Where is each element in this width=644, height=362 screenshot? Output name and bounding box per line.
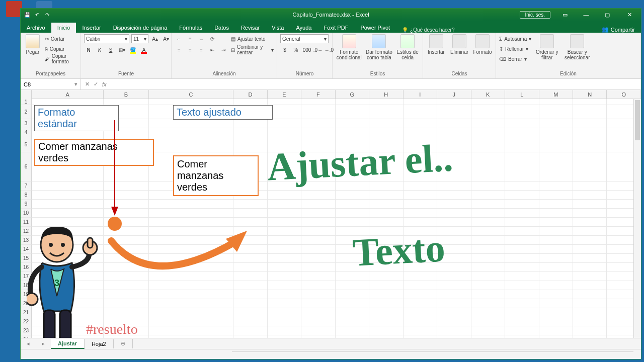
row-header[interactable]: 11 bbox=[21, 218, 32, 227]
italic-button[interactable]: K bbox=[95, 45, 104, 54]
signin-button[interactable]: Inic. ses. bbox=[520, 11, 550, 19]
format-painter-button[interactable]: 🖌 Copiar formato bbox=[45, 54, 77, 63]
enter-formula-icon[interactable]: ✓ bbox=[94, 81, 98, 87]
format-cells-button[interactable]: Formato bbox=[472, 34, 493, 55]
close-button[interactable]: ✕ bbox=[618, 9, 641, 21]
increase-indent-icon[interactable]: ⇥ bbox=[219, 45, 228, 54]
col-header[interactable]: J bbox=[437, 90, 471, 99]
font-color-button[interactable]: A bbox=[139, 45, 148, 54]
save-icon[interactable]: 💾 bbox=[24, 11, 31, 18]
merge-center-button[interactable]: ⊟ Combinar y centrar ▾ bbox=[231, 45, 274, 54]
decrease-indent-icon[interactable]: ⇤ bbox=[208, 45, 217, 54]
row-header[interactable]: 20 bbox=[21, 299, 32, 308]
col-header[interactable]: I bbox=[404, 90, 437, 99]
tab-foxit[interactable]: Foxit PDF bbox=[317, 23, 354, 33]
sheet-nav-next-icon[interactable]: ▸ bbox=[42, 340, 45, 347]
border-button[interactable]: ⊞▾ bbox=[117, 45, 126, 54]
bold-button[interactable]: N bbox=[84, 45, 93, 54]
col-header[interactable]: L bbox=[505, 90, 539, 99]
row-header[interactable]: 12 bbox=[21, 227, 32, 236]
underline-button[interactable]: S bbox=[106, 45, 115, 54]
horizontal-scrollbar[interactable] bbox=[232, 351, 633, 359]
col-header[interactable]: A bbox=[32, 90, 104, 99]
row-header[interactable]: 3 bbox=[21, 119, 32, 128]
ribbon-options-icon[interactable]: ▭ bbox=[554, 9, 576, 21]
row-header[interactable]: 24 bbox=[21, 335, 32, 338]
new-sheet-button[interactable]: ⊕ bbox=[114, 339, 133, 348]
row-header[interactable]: 10 bbox=[21, 209, 32, 218]
percent-icon[interactable]: % bbox=[291, 45, 300, 54]
col-header[interactable]: H bbox=[369, 90, 403, 99]
conditional-format-button[interactable]: Formato condicional bbox=[336, 34, 363, 60]
row-header[interactable]: 21 bbox=[21, 308, 32, 317]
row-header[interactable]: 5 bbox=[21, 137, 32, 152]
orientation-icon[interactable]: ⟳ bbox=[208, 34, 217, 43]
row-header[interactable]: 18 bbox=[21, 281, 32, 290]
tell-me-search[interactable]: 💡 ¿Qué desea hacer? bbox=[402, 27, 454, 33]
font-size-select[interactable]: 11▾ bbox=[131, 34, 148, 43]
sort-filter-button[interactable]: Ordenar y filtrar bbox=[534, 34, 559, 60]
tab-disposicion[interactable]: Disposición de página bbox=[107, 23, 174, 33]
row-header[interactable]: 9 bbox=[21, 200, 32, 209]
font-name-select[interactable]: Calibri▾ bbox=[84, 34, 129, 43]
share-button[interactable]: 👥 Compartir bbox=[602, 26, 635, 33]
fx-icon[interactable]: fx bbox=[102, 81, 107, 87]
row-header[interactable]: 2 bbox=[21, 105, 32, 119]
tab-ayuda[interactable]: Ayuda bbox=[290, 23, 317, 33]
row-header[interactable]: 14 bbox=[21, 245, 32, 254]
tab-powerpivot[interactable]: Power Pivot bbox=[354, 23, 396, 33]
sheet-tab-active[interactable]: Ajustar bbox=[51, 339, 85, 349]
col-header[interactable]: E bbox=[268, 90, 301, 99]
row-header[interactable]: 19 bbox=[21, 290, 32, 299]
row-header[interactable]: 7 bbox=[21, 182, 32, 191]
tab-insertar[interactable]: Insertar bbox=[76, 23, 107, 33]
align-right-icon[interactable]: ≡ bbox=[197, 45, 206, 54]
spreadsheet-grid[interactable]: ABCDEFGHIJKLMNO 123456789101112131415161… bbox=[21, 90, 641, 338]
increase-decimal-icon[interactable]: .0→ bbox=[313, 45, 323, 54]
number-format-select[interactable]: General▾ bbox=[280, 34, 329, 43]
row-header[interactable]: 23 bbox=[21, 326, 32, 335]
cell-styles-button[interactable]: Estilos de celda bbox=[395, 34, 420, 60]
row-header[interactable]: 1 bbox=[21, 99, 32, 105]
maximize-button[interactable]: ▢ bbox=[597, 9, 618, 21]
paste-button[interactable]: Pegar bbox=[24, 34, 42, 55]
clear-button[interactable]: ⌫ Borrar ▾ bbox=[499, 54, 531, 63]
col-header[interactable]: M bbox=[539, 90, 573, 99]
fill-button[interactable]: ↧ Rellenar ▾ bbox=[499, 44, 531, 53]
tab-file[interactable]: Archivo bbox=[21, 23, 51, 33]
find-select-button[interactable]: Buscar y seleccionar bbox=[562, 34, 592, 60]
row-header[interactable]: 6 bbox=[21, 152, 32, 182]
row-header[interactable]: 13 bbox=[21, 236, 32, 245]
sheet-nav-prev-icon[interactable]: ◂ bbox=[27, 340, 30, 347]
increase-font-icon[interactable]: A▴ bbox=[150, 34, 159, 43]
delete-cells-button[interactable]: Eliminar bbox=[449, 34, 469, 55]
sheet-tab-hoja2[interactable]: Hoja2 bbox=[85, 339, 114, 348]
col-header[interactable]: B bbox=[104, 90, 148, 99]
decrease-font-icon[interactable]: A▾ bbox=[162, 34, 171, 43]
insert-cells-button[interactable]: Insertar bbox=[426, 34, 446, 55]
minimize-button[interactable]: — bbox=[576, 9, 597, 21]
currency-icon[interactable]: $ bbox=[280, 45, 289, 54]
col-header[interactable]: C bbox=[149, 90, 233, 99]
align-bottom-icon[interactable]: ⌙ bbox=[197, 34, 206, 43]
redo-icon[interactable]: ↷ bbox=[44, 11, 51, 18]
tab-datos[interactable]: Datos bbox=[208, 23, 235, 33]
col-header[interactable]: D bbox=[233, 90, 267, 99]
row-header[interactable]: 22 bbox=[21, 317, 32, 326]
col-header[interactable]: K bbox=[471, 90, 505, 99]
row-header[interactable]: 8 bbox=[21, 191, 32, 200]
align-center-icon[interactable]: ≡ bbox=[186, 45, 195, 54]
row-header[interactable]: 15 bbox=[21, 254, 32, 263]
tab-inicio[interactable]: Inicio bbox=[51, 23, 76, 33]
name-box[interactable]: C8▾ bbox=[21, 79, 81, 89]
undo-icon[interactable]: ↶ bbox=[34, 11, 41, 18]
cut-button[interactable]: ✂ Cortar bbox=[45, 34, 77, 43]
autosum-button[interactable]: Σ Autosuma ▾ bbox=[499, 34, 531, 43]
row-header[interactable]: 17 bbox=[21, 272, 32, 281]
cancel-formula-icon[interactable]: ✕ bbox=[85, 81, 90, 87]
wrap-text-button[interactable]: ▤ Ajustar texto bbox=[231, 34, 274, 43]
format-table-button[interactable]: Dar formato como tabla bbox=[366, 34, 393, 60]
copy-button[interactable]: ⎘ Copiar bbox=[45, 44, 77, 53]
col-header[interactable]: O bbox=[607, 90, 640, 99]
row-header[interactable]: 16 bbox=[21, 263, 32, 272]
